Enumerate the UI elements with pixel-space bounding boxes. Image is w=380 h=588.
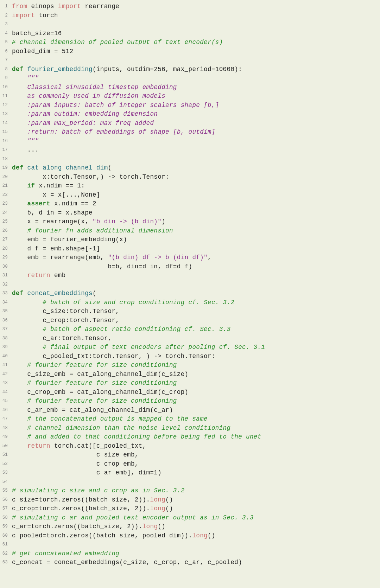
code-line: 30 b=b, din=d_in, df=d_f) (2, 262, 265, 271)
code-content: emb = fourier_embedding(x) (12, 235, 265, 244)
code-content: # fourier feature for size conditioning (12, 379, 265, 388)
line-number: 7 (2, 56, 12, 65)
code-token: :return: batch of embeddings of shape [b… (12, 128, 215, 135)
code-content: b, d_in = x.shape (12, 209, 265, 218)
code-token: :param outdim: embedding dimension (12, 110, 158, 117)
line-number: 30 (2, 262, 12, 271)
code-line: 19def cat_along_channel_dim( (2, 164, 265, 173)
code-token: # final output of text encoders after po… (12, 344, 265, 351)
code-content: c_crop=torch.zeros((batch_size, 2)).long… (12, 504, 265, 513)
code-content: :return: batch of embeddings of shape [b… (12, 128, 265, 137)
code-content (12, 478, 265, 487)
code-line: 10 Classical sinusoidal timestep embeddi… (2, 83, 265, 92)
line-number: 12 (2, 101, 12, 110)
code-line: 8def fourier_embedding(inputs, outdim=25… (2, 65, 265, 74)
line-number: 38 (2, 334, 12, 343)
code-token: """ (12, 138, 39, 145)
code-token: b=b, din=d_in, df=d_f) (12, 263, 192, 270)
code-line: 39 # final output of text encoders after… (2, 343, 265, 352)
code-content: pooled_dim = 512 (12, 47, 265, 56)
code-token: cat_along_channel_dim (27, 164, 108, 171)
code-token: ) (162, 218, 165, 225)
code-line: 41 # fourier feature for size conditioni… (2, 361, 265, 370)
code-line: 23 assert x.ndim == 2 (2, 199, 265, 209)
line-number: 10 (2, 83, 12, 92)
code-line: 31 return emb (2, 271, 265, 280)
line-number: 31 (2, 271, 12, 280)
code-content: c_crop:torch.Tensor, (12, 316, 265, 325)
code-line: 29 emb = rearrange(emb, "(b din) df -> b… (2, 253, 265, 262)
code-content: def cat_along_channel_dim( (12, 164, 265, 173)
code-content: # get concatenated embedding (12, 549, 265, 558)
code-token: c_ar_emb = cat_along_channel_dim(c_ar) (12, 407, 173, 414)
code-token: c_crop=torch.zeros((batch_size, 2)). (12, 505, 150, 512)
code-content: c_concat = concat_embeddings(c_size, c_c… (12, 558, 265, 567)
code-token: long (192, 532, 208, 539)
code-line: 7 (2, 56, 265, 65)
code-line: 26 # fourier fn adds additional dimensio… (2, 226, 265, 236)
line-number: 25 (2, 217, 12, 226)
code-content: # channel dimension than the noise level… (12, 424, 265, 433)
code-line: 58# simulating c_ar and pooled text enco… (2, 513, 265, 523)
code-token: ( (93, 290, 96, 297)
code-token: # fourier feature for size conditioning (12, 379, 177, 386)
code-content: x = x[...,None] (12, 191, 265, 200)
line-number: 23 (2, 199, 12, 209)
code-token: :param max_period: max freq added (12, 120, 154, 127)
code-content: c_size=torch.zeros((batch_size, 2)).long… (12, 496, 265, 505)
code-token: () (165, 505, 173, 512)
code-token: # fourier feature for size conditioning (12, 397, 177, 404)
code-line: 6pooled_dim = 512 (2, 47, 265, 56)
code-token: # and added to that conditioning before … (12, 433, 261, 440)
code-token: # batch of aspect ratio conditioning cf.… (12, 326, 230, 333)
code-token: ... (12, 146, 39, 153)
line-number: 33 (2, 289, 12, 298)
code-content: def concat_embeddings( (12, 289, 265, 298)
code-line: 49 # and added to that conditioning befo… (2, 433, 265, 442)
code-content: ... (12, 146, 265, 155)
code-line: 20 x:torch.Tensor,) -> torch.Tensor: (2, 173, 265, 182)
code-token: c_ar=torch.zeros((batch_size, 2)). (12, 523, 142, 530)
code-token: b, d_in = x.shape (12, 209, 93, 216)
code-token: batch_size=16 (12, 30, 62, 37)
code-content: x = rearrange(x, "b din -> (b din)") (12, 217, 265, 226)
code-line: 18 (2, 155, 265, 164)
code-content: """ (12, 74, 265, 83)
code-line: 16 """ (2, 137, 265, 146)
line-number: 59 (2, 522, 12, 531)
line-number: 39 (2, 343, 12, 352)
code-content (12, 540, 265, 549)
line-number: 3 (2, 20, 12, 29)
code-content: # final output of text encoders after po… (12, 343, 265, 352)
code-line: 57c_crop=torch.zeros((batch_size, 2)).lo… (2, 504, 265, 513)
code-token: emb (54, 272, 66, 279)
code-content (12, 20, 265, 29)
code-content: assert x.ndim == 2 (12, 199, 265, 209)
code-token: from (12, 3, 31, 10)
code-token: """ (12, 75, 39, 82)
line-number: 63 (2, 558, 12, 567)
line-number: 44 (2, 388, 12, 397)
line-number: 61 (2, 540, 12, 549)
code-content: emb = rearrange(emb, "(b din) df -> b (d… (12, 253, 265, 262)
code-token: # the concatenated output is mapped to t… (12, 415, 208, 422)
line-number: 14 (2, 119, 12, 128)
code-token: "(b din) df -> b (din df)" (108, 254, 208, 261)
code-token: :param inputs: batch of integer scalars … (12, 102, 219, 109)
line-number: 32 (2, 280, 12, 289)
code-line: 3 (2, 20, 265, 29)
code-line: 63c_concat = concat_embeddings(c_size, c… (2, 558, 265, 567)
code-line: 44 c_crop_emb = cat_along_channel_dim(c_… (2, 388, 265, 397)
code-line: 24 b, d_in = x.shape (2, 209, 265, 218)
code-content: c_ar:torch.Tensor, (12, 334, 265, 343)
code-token: c_pooled=torch.zeros((batch_size, pooled… (12, 532, 192, 539)
code-content: # batch of aspect ratio conditioning cf.… (12, 325, 265, 334)
code-content: from einops import rearrange (12, 2, 265, 11)
code-content: c_size:torch.Tensor, (12, 307, 265, 316)
code-line: 27 emb = fourier_embedding(x) (2, 235, 265, 244)
line-number: 62 (2, 549, 12, 558)
code-line: 59c_ar=torch.zeros((batch_size, 2)).long… (2, 522, 265, 531)
code-line: 40 c_pooled_txt:torch.Tensor, ) -> torch… (2, 352, 265, 361)
code-line: 25 x = rearrange(x, "b din -> (b din)") (2, 217, 265, 226)
code-token: # simulating c_ar and pooled text encode… (12, 514, 254, 521)
